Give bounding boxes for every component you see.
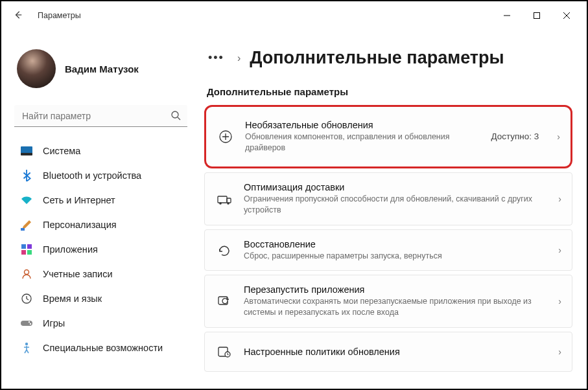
svg-rect-7 <box>21 250 26 255</box>
system-icon <box>21 145 32 157</box>
sidebar-item-accounts[interactable]: Учетные записи <box>10 262 191 286</box>
back-button[interactable] <box>10 10 26 21</box>
plus-circle-icon <box>218 129 233 144</box>
card-title: Восстановление <box>244 239 540 249</box>
svg-rect-6 <box>27 244 32 249</box>
chevron-right-icon: › <box>237 52 241 64</box>
svg-rect-4 <box>21 228 25 231</box>
restart-apps-icon <box>217 293 232 309</box>
gamepad-icon <box>21 317 32 329</box>
sidebar-item-label: Bluetooth и устройства <box>43 170 141 181</box>
section-label: Дополнительные параметры <box>207 86 572 97</box>
card-restart-apps[interactable]: Перезапустить приложения Автоматически с… <box>204 275 572 328</box>
sidebar-item-label: Система <box>43 146 80 156</box>
card-delivery-optimization[interactable]: Оптимизация доставки Ограничения пропуск… <box>204 172 572 225</box>
network-icon <box>21 194 32 206</box>
svg-rect-0 <box>534 13 540 19</box>
card-title: Оптимизация доставки <box>244 182 540 192</box>
card-update-policies[interactable]: Настроенные политики обновления › <box>204 332 572 372</box>
sidebar-item-label: Приложения <box>43 244 98 255</box>
chevron-right-icon: › <box>558 245 561 255</box>
card-title: Необязательные обновления <box>245 120 479 130</box>
clock-icon <box>21 293 32 304</box>
search-input[interactable] <box>14 105 187 127</box>
user-name: Вадим Матузок <box>65 63 139 75</box>
chevron-right-icon: › <box>557 132 560 142</box>
recovery-icon <box>217 242 232 258</box>
delivery-icon <box>217 191 232 207</box>
content: ••• › Дополнительные параметры Дополните… <box>199 30 587 389</box>
accessibility-icon <box>21 342 32 354</box>
chevron-right-icon: › <box>558 296 561 306</box>
window-title: Параметры <box>38 11 81 20</box>
titlebar: Параметры <box>1 1 587 30</box>
sidebar: Вадим Матузок Система Bluetooth и устрой… <box>1 30 199 389</box>
arrow-left-icon <box>14 10 23 19</box>
nav: Система Bluetooth и устройства Сеть и Ин… <box>10 139 191 360</box>
svg-point-14 <box>25 343 28 345</box>
card-recovery[interactable]: Восстановление Сброс, расширенные параме… <box>204 229 572 271</box>
svg-rect-17 <box>227 198 231 203</box>
card-title: Перезапустить приложения <box>244 284 540 295</box>
svg-rect-16 <box>218 196 227 203</box>
sidebar-item-time-language[interactable]: Время и язык <box>10 286 191 311</box>
sidebar-item-network[interactable]: Сеть и Интернет <box>10 188 191 212</box>
svg-point-12 <box>29 321 30 323</box>
close-button[interactable] <box>552 5 582 26</box>
card-subtitle: Автоматически сохранять мои перезапускае… <box>244 296 540 318</box>
apps-icon <box>21 244 32 255</box>
maximize-button[interactable] <box>522 5 552 26</box>
sidebar-item-label: Игры <box>43 318 65 328</box>
svg-rect-5 <box>21 244 26 249</box>
chevron-right-icon: › <box>558 347 561 357</box>
breadcrumb-ellipsis[interactable]: ••• <box>204 51 228 65</box>
sidebar-item-label: Персонализация <box>43 220 117 230</box>
svg-point-9 <box>25 270 29 275</box>
window-controls <box>492 5 582 26</box>
breadcrumb: ••• › Дополнительные параметры <box>204 48 572 68</box>
sidebar-item-label: Сеть и Интернет <box>43 195 115 205</box>
avatar <box>17 49 56 88</box>
sidebar-item-accessibility[interactable]: Специальные возможности <box>10 336 191 360</box>
card-title: Настроенные политики обновления <box>244 347 540 357</box>
card-subtitle: Сброс, расширенные параметры запуска, ве… <box>244 251 540 262</box>
sidebar-item-label: Время и язык <box>43 293 102 304</box>
bluetooth-icon <box>21 170 32 181</box>
sidebar-item-gaming[interactable]: Игры <box>10 311 191 336</box>
minimize-button[interactable] <box>492 5 522 26</box>
svg-point-18 <box>219 202 222 205</box>
card-optional-updates[interactable]: Необязательные обновления Обновления ком… <box>204 105 572 168</box>
sidebar-item-personalization[interactable]: Персонализация <box>10 212 191 237</box>
account-row[interactable]: Вадим Матузок <box>10 35 191 100</box>
svg-rect-3 <box>21 153 32 155</box>
sidebar-item-label: Специальные возможности <box>43 343 163 353</box>
brush-icon <box>21 219 32 231</box>
sidebar-item-label: Учетные записи <box>43 269 113 279</box>
search-icon <box>171 110 181 122</box>
card-subtitle: Ограничения пропускной способности для о… <box>244 194 540 216</box>
page-title: Дополнительные параметры <box>250 48 504 68</box>
sidebar-item-system[interactable]: Система <box>10 139 191 163</box>
svg-point-1 <box>172 111 178 118</box>
policies-icon <box>217 344 232 360</box>
svg-point-13 <box>30 323 31 325</box>
chevron-right-icon: › <box>558 194 561 204</box>
sidebar-item-apps[interactable]: Приложения <box>10 237 191 262</box>
svg-point-19 <box>227 202 229 205</box>
svg-rect-8 <box>27 250 32 255</box>
accounts-icon <box>21 268 32 280</box>
sidebar-item-bluetooth[interactable]: Bluetooth и устройства <box>10 163 191 188</box>
card-subtitle: Обновления компонентов, исправления и об… <box>245 132 479 154</box>
available-badge: Доступно: 3 <box>491 132 539 141</box>
